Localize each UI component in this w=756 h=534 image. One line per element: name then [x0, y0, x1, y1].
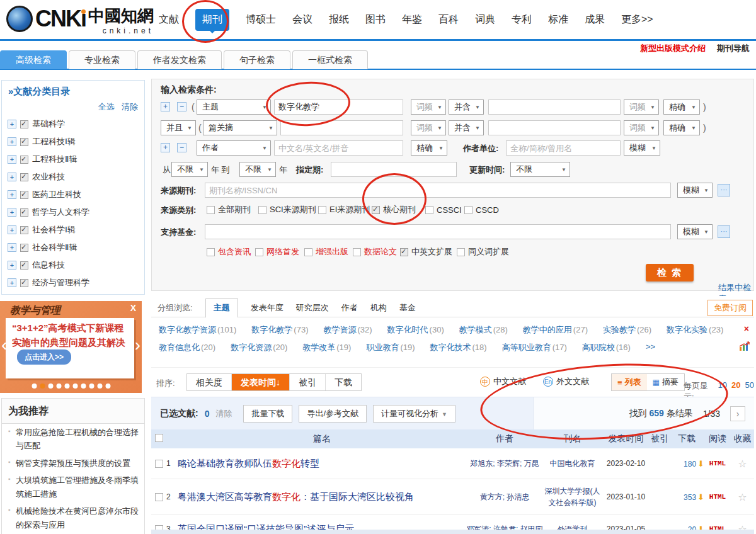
topic-tag[interactable]: 高职院校(16): [582, 342, 631, 353]
freq-select-1b[interactable]: 词频▼: [624, 99, 659, 115]
expand-icon[interactable]: +: [8, 225, 16, 234]
category-checkbox[interactable]: ✓: [20, 138, 28, 146]
cb-cscd[interactable]: CSCD: [464, 205, 499, 215]
add-condition-icon[interactable]: +: [161, 102, 170, 111]
category-item[interactable]: +✓社会科学Ⅱ辑: [2, 239, 144, 256]
download-link[interactable]: 353⬇: [669, 492, 704, 502]
journal-more-button[interactable]: ···: [718, 184, 730, 196]
group-tab-topic[interactable]: 主题: [205, 298, 238, 318]
carousel-dot[interactable]: [56, 383, 61, 389]
topic-tag[interactable]: 数字化时代(30): [387, 324, 444, 336]
nav-patent[interactable]: 专利: [512, 13, 532, 26]
expand-icon[interactable]: +: [8, 261, 16, 270]
favorite-star-icon[interactable]: ☆: [731, 491, 754, 503]
cnki-logo[interactable]: CNKı 中國知網 cnki.net: [6, 4, 154, 35]
category-checkbox[interactable]: ✓: [20, 120, 28, 128]
expand-icon[interactable]: +: [8, 243, 16, 252]
journal-navigation-link[interactable]: 期刊导航: [717, 43, 750, 54]
cb-cn-en-expand[interactable]: ✓中英文扩展: [400, 247, 452, 257]
expand-icon[interactable]: +: [8, 120, 16, 128]
chinese-literature-toggle[interactable]: 中中文文献: [480, 376, 526, 387]
topic-tag[interactable]: 数字化教学(73): [251, 324, 308, 336]
nav-literature[interactable]: 文献: [159, 13, 179, 26]
visual-analysis-button[interactable]: 计量可视化分析▼: [373, 405, 455, 423]
group-tab-level[interactable]: 研究层次: [296, 302, 329, 314]
article-authors[interactable]: 郑旭东; 李荣辉; 万昆: [466, 458, 543, 469]
category-item[interactable]: +✓经济与管理科学: [2, 274, 144, 292]
category-item[interactable]: +✓哲学与人文科学: [2, 203, 144, 221]
row-checkbox[interactable]: [155, 493, 163, 501]
row-checkbox[interactable]: [155, 460, 163, 468]
favorite-star-icon[interactable]: ☆: [731, 458, 754, 470]
checkbox[interactable]: [207, 248, 215, 256]
checkbox[interactable]: [457, 248, 465, 256]
expand-icon[interactable]: +: [8, 278, 16, 287]
logic-select-2[interactable]: 并且▼: [161, 120, 196, 135]
nav-encyclopedia[interactable]: 百科: [438, 13, 459, 26]
group-tab-year[interactable]: 发表年度: [251, 302, 284, 314]
category-item[interactable]: +✓信息科技: [2, 256, 144, 274]
carousel-dot[interactable]: [81, 383, 86, 389]
col-download[interactable]: 下载: [669, 433, 704, 445]
year-from-select[interactable]: 不限▼: [171, 162, 208, 177]
source-journal-input[interactable]: [205, 183, 671, 198]
carousel-dot-active[interactable]: [40, 383, 45, 389]
sort-download[interactable]: 下载: [325, 374, 361, 390]
category-item[interactable]: +✓社会科学Ⅰ辑: [2, 221, 144, 239]
remove-author-icon[interactable]: −: [177, 143, 186, 152]
unit-match-select[interactable]: 模糊▼: [624, 140, 660, 156]
checkbox[interactable]: [464, 206, 472, 214]
checkbox[interactable]: [255, 248, 263, 256]
clear-selection-link[interactable]: 清除: [215, 408, 232, 419]
checkbox[interactable]: [304, 248, 312, 256]
batch-download-button[interactable]: 批量下载: [243, 405, 292, 423]
topic-tag[interactable]: 教学资源(32): [323, 324, 372, 336]
carousel-dot[interactable]: [48, 383, 53, 389]
remove-condition-icon[interactable]: −: [177, 102, 186, 111]
select-all-link[interactable]: 全选: [98, 102, 114, 111]
category-checkbox[interactable]: ✓: [20, 208, 28, 217]
sort-relevance[interactable]: 相关度: [187, 374, 231, 390]
issue-input[interactable]: [331, 162, 457, 177]
nav-conference[interactable]: 会议: [292, 13, 312, 26]
add-author-icon[interactable]: +: [161, 143, 170, 152]
nav-dictionary[interactable]: 词典: [475, 13, 495, 26]
close-icon[interactable]: ×: [744, 324, 749, 334]
category-item[interactable]: +✓工程科技Ⅰ辑: [2, 133, 144, 151]
html-read-link[interactable]: HTML: [704, 493, 731, 501]
search-term-input-2b[interactable]: [488, 120, 621, 135]
promo-close-icon[interactable]: X: [130, 303, 136, 313]
freq-select-2b[interactable]: 词频▼: [624, 120, 659, 135]
search-button[interactable]: 检 索: [646, 264, 694, 281]
topic-tag[interactable]: 数字化教学资源(101): [159, 324, 236, 336]
cb-online-first[interactable]: 网络首发: [255, 247, 299, 257]
expand-icon[interactable]: +: [8, 137, 16, 146]
topic-tag[interactable]: 数字化资源(20): [231, 342, 287, 353]
search-term-input-2[interactable]: [280, 120, 403, 135]
promo-banner[interactable]: 教学与管理 X “3+1+2”高考模式下新课程实施中的典型问题及其解决点击进入>…: [0, 301, 142, 393]
promo-enter-button[interactable]: 点击进入>>: [17, 349, 71, 365]
article-journal[interactable]: 中国电化教育: [543, 458, 602, 469]
author-name-input[interactable]: [274, 140, 403, 156]
carousel-prev-icon[interactable]: ‹: [1, 336, 7, 354]
match-select-1[interactable]: 精确▼: [663, 99, 700, 115]
recommend-item[interactable]: ▪钢管支撑架预压与预拱度的设置: [2, 455, 144, 472]
field-select-2[interactable]: 篇关摘▼: [203, 120, 277, 135]
cb-cssci[interactable]: CSSCI: [425, 205, 462, 215]
category-checkbox[interactable]: ✓: [20, 279, 28, 287]
cb-synonym-expand[interactable]: 同义词扩展: [457, 247, 509, 257]
chart-icon[interactable]: [739, 341, 750, 354]
nav-standard[interactable]: 标准: [548, 13, 568, 26]
topic-tag[interactable]: 实验教学(26): [603, 324, 651, 336]
sort-cited[interactable]: 被引: [289, 374, 325, 390]
checkbox[interactable]: [207, 206, 215, 214]
checkbox[interactable]: [258, 206, 266, 214]
journal-match-select[interactable]: 模糊▼: [677, 183, 713, 198]
fund-more-button[interactable]: ···: [718, 225, 730, 238]
nav-yearbook[interactable]: 年鉴: [402, 13, 422, 26]
cb-all-journals[interactable]: 全部期刊: [207, 205, 251, 215]
article-title-link[interactable]: 略论基础教育教师队伍数字化转型: [178, 457, 466, 470]
fund-match-select[interactable]: 模糊▼: [677, 224, 713, 239]
promo-card[interactable]: “3+1+2”高考模式下新课程实施中的典型问题及其解决点击进入>>: [6, 318, 134, 378]
cb-core-journal[interactable]: ✓核心期刊: [372, 205, 416, 215]
